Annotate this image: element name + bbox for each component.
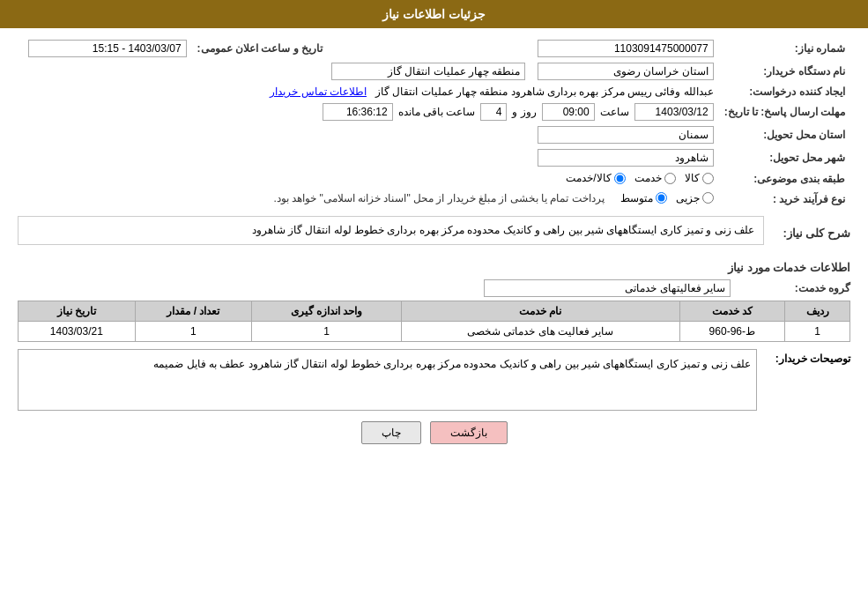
reply-remain: 16:36:12	[323, 103, 393, 121]
reply-day: 4	[480, 103, 507, 121]
need-description-row: شرح کلی نياز: علف زنی و تميز کاری ايستگا…	[18, 216, 850, 252]
requester-org-value2: استان خراسان رضوی	[538, 63, 714, 80]
service-group-value: ساير فعاليتهای خدماتی	[484, 279, 731, 297]
table-cell-name: ساير فعاليت های خدماتی شخصی	[402, 322, 680, 342]
need-number-label: شماره نياز:	[719, 37, 850, 60]
process-radio-jozi-input[interactable]	[702, 192, 714, 204]
col-code: کد خدمت	[679, 301, 784, 322]
services-table: رديف کد خدمت نام خدمت واحد اندازه گيری ت…	[18, 301, 850, 342]
services-section-label: اطلاعات خدمات مورد نياز	[18, 261, 850, 274]
table-cell-quantity: 1	[135, 322, 252, 342]
table-cell-row: 1	[785, 322, 850, 342]
creator-value: عبدالله وفائی رييس مرکز بهره برداری شاهر…	[375, 85, 714, 98]
category-both-label: کالا/خدمت	[566, 172, 611, 184]
service-group-row: گروه خدمت: ساير فعاليتهای خدماتی	[18, 279, 850, 297]
col-qty: تعداد / مقدار	[135, 301, 252, 322]
reply-date: 1403/03/12	[634, 103, 714, 121]
category-radio-both-input[interactable]	[614, 173, 626, 184]
page-wrapper: جزئيات اطلاعات نياز شماره نياز: 11030914…	[0, 0, 868, 609]
page-title: جزئيات اطلاعات نياز	[382, 7, 486, 21]
need-description-label: شرح کلی نياز:	[771, 223, 850, 240]
process-radio-motavasset[interactable]: متوسط	[620, 192, 667, 204]
info-table: شماره نياز: 1103091475000077 تاريخ و ساع…	[18, 37, 850, 209]
process-motavasset-label: متوسط	[620, 192, 653, 204]
process-cell: جزيی متوسط پرداخت تمام يا بخشی از مبلغ خ…	[18, 189, 719, 210]
page-header: جزئيات اطلاعات نياز	[0, 0, 868, 28]
table-cell-date: 1403/03/21	[19, 322, 136, 342]
creator-link[interactable]: اطلاعات تماس خريدار	[270, 85, 367, 98]
category-label: طبقه بندی موضوعی:	[719, 169, 850, 189]
service-group-label: گروه خدمت:	[736, 282, 850, 294]
need-number-value: 1103091475000077	[538, 40, 714, 57]
process-radio-motavasset-input[interactable]	[656, 192, 667, 204]
announcement-cell: 1403/03/07 - 15:15	[18, 37, 192, 60]
category-cell: کالا خدمت کالا/خدمت	[18, 169, 719, 189]
process-jozi-label: جزيی	[676, 192, 700, 204]
province-label: استان محل تحويل:	[719, 123, 850, 146]
table-cell-unit: 1	[252, 322, 402, 342]
process-note: پرداخت تمام يا بخشی از مبلغ خريدار از مح…	[273, 192, 604, 204]
col-name: نام خدمت	[402, 301, 680, 322]
buyer-description-value: علف زنی و تميز کاری ايستگاههای شير بين ر…	[18, 349, 757, 411]
col-date: تاريخ نياز	[19, 301, 136, 322]
reply-time-label: ساعت	[600, 106, 629, 118]
col-unit: واحد اندازه گيری	[252, 301, 402, 322]
requester-org-value: منطقه چهار عمليات انتقال گاز	[331, 63, 525, 80]
creator-label: ايجاد کننده درخواست:	[719, 83, 850, 100]
category-khedmat-label: خدمت	[634, 172, 662, 184]
category-kala-label: کالا	[685, 172, 700, 184]
reply-day-label: روز و	[512, 106, 536, 118]
process-label: نوع فرآيند خريد :	[719, 189, 850, 210]
reply-date-label: مهلت ارسال پاسخ: تا تاريخ:	[719, 100, 850, 123]
table-row: 1ط-96-960ساير فعاليت های خدماتی شخصی1114…	[19, 322, 850, 342]
creator-cell: عبدالله وفائی رييس مرکز بهره برداری شاهر…	[18, 83, 719, 100]
process-radio-jozi[interactable]: جزيی	[676, 192, 714, 204]
category-radio-khedmat[interactable]: خدمت	[634, 172, 676, 184]
requester-org-cell: استان خراسان رضوی منطقه چهار عمليات انتق…	[18, 60, 719, 83]
requester-org-label: نام دستگاه خريدار:	[719, 60, 850, 83]
main-content: شماره نياز: 1103091475000077 تاريخ و ساع…	[0, 28, 868, 462]
col-radif: رديف	[785, 301, 850, 322]
table-cell-code: ط-96-960	[679, 322, 784, 342]
reply-time: 09:00	[542, 103, 595, 121]
province-value: سمنان	[538, 126, 714, 144]
print-button[interactable]: چاپ	[361, 421, 421, 444]
reply-remain-label: ساعت باقی مانده	[398, 106, 476, 118]
category-radio-kala-input[interactable]	[702, 173, 714, 184]
category-radio-khedmat-input[interactable]	[664, 173, 676, 184]
province-cell: سمنان	[18, 123, 719, 146]
announcement-label: تاريخ و ساعت اعلان عمومی:	[192, 37, 351, 60]
buttons-row: بازگشت چاپ	[18, 421, 850, 444]
need-number-cell: 1103091475000077	[527, 37, 719, 60]
buyer-description-row: توصيحات خريدار: علف زنی و تميز کاری ايست…	[18, 349, 850, 411]
category-radio-kala[interactable]: کالا	[685, 172, 714, 184]
city-value: شاهرود	[538, 149, 714, 167]
buyer-description-label: توصيحات خريدار:	[762, 349, 850, 365]
category-radio-both[interactable]: کالا/خدمت	[566, 172, 625, 184]
city-cell: شاهرود	[18, 146, 719, 169]
need-description-value: علف زنی و تميز کاری ايستگاههای شير بين ر…	[18, 216, 764, 245]
city-label: شهر محل تحويل:	[719, 146, 850, 169]
reply-date-cell: 1403/03/12 ساعت 09:00 روز و 4 ساعت باقی …	[18, 100, 719, 123]
announcement-value: 1403/03/07 - 15:15	[28, 40, 187, 57]
back-button[interactable]: بازگشت	[430, 421, 508, 444]
